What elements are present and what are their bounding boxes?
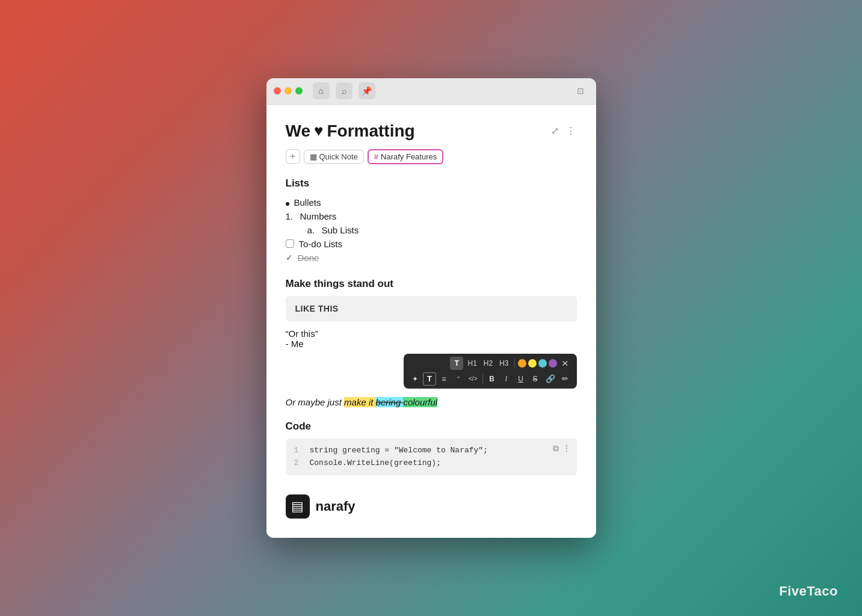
bullets-text: Bullets [294,197,321,208]
list-number: 1. [286,211,295,221]
numbers-text: Numbers [300,211,337,221]
font-button[interactable]: T [423,372,436,386]
done-text: Done [298,253,319,263]
pencil-button[interactable]: ✏ [559,372,572,386]
app-window: ⌂ ⌕ 📌 ⊡ We ♥ Formatting ⤢ ⋮ + ▦ Quick No… [266,78,596,538]
watermark: FiveTaco [779,584,838,599]
sublists-text: Sub Lists [322,225,359,235]
code-heading: Code [286,420,577,433]
traffic-lights [274,87,303,94]
tag-quicknote[interactable]: ▦ Quick Note [304,150,364,164]
strikethrough-button[interactable]: S [529,372,542,386]
code-button[interactable]: </> [466,372,479,386]
toolbar-upper-row: T H1 H2 H3 ⨯ [408,357,571,370]
quote-text: “Or this” [286,328,577,339]
tag-narafy-label: Narafy Features [381,152,437,161]
minimize-button[interactable] [285,87,292,94]
todo-item: To-do Lists [286,237,577,251]
brand-name: narafy [316,499,356,514]
colourful-text-5: colourful [403,397,437,407]
standout-section: Make things stand out LIKE THIS “Or this… [286,278,577,407]
list-item-bullets: Bullets [286,196,577,209]
line-number-2: 2 [294,457,301,470]
list-alpha: a. [307,225,317,235]
colourful-text-2: just [328,397,345,407]
checkbox-icon[interactable] [286,239,294,248]
titlebar: ⌂ ⌕ 📌 ⊡ [266,78,596,105]
copy-code-button[interactable]: ⧉ [553,443,559,454]
code-text-2: Console.WriteLine(greeting); [310,457,441,470]
maximize-button[interactable] [295,87,303,94]
tag-quicknote-label: Quick Note [319,152,358,161]
toolbar-separator-2 [482,374,483,384]
narafy-logo-icon: ▤ [286,494,310,519]
color-yellow-button[interactable] [528,359,537,368]
heart-icon: ♥ [314,122,323,140]
formatting-toolbar-container: T H1 H2 H3 ⨯ [286,354,577,389]
code-text-1: string greeting = "Welcome to Narafy"; [310,445,488,457]
color-purple-button[interactable] [549,359,557,368]
tag-narafy-features[interactable]: # Narafy Features [368,149,443,164]
notebook-icon: ▦ [310,152,317,161]
colourful-text-3: make it [344,397,376,407]
list-item-sublists: a. Sub Lists [286,223,577,237]
h2-button[interactable]: H2 [481,357,495,370]
h3-button[interactable]: H3 [497,357,511,370]
toolbar-lower-row: ✦ T ≡ “ </> B I U S 🔗 [408,372,571,386]
colourful-line: Or maybe just make it bering colourful [286,397,577,407]
expand-icon[interactable]: ⤢ [550,124,560,138]
lists-heading: Lists [286,177,577,189]
tags-row: + ▦ Quick Note # Narafy Features [286,149,577,164]
code-more-button[interactable]: ⋮ [562,443,571,454]
quote-button[interactable]: “ [452,372,465,386]
colourful-text-4: bering [376,397,404,407]
callout-text: LIKE THIS [295,304,339,313]
bold-button[interactable]: B [485,372,499,386]
brand-footer: ▤ narafy [286,490,577,521]
watermark-text: FiveTaco [779,584,838,599]
toolbar-separator-1 [514,359,515,368]
text-style-button[interactable]: T [450,357,463,370]
underline-button[interactable]: U [514,372,528,386]
close-button[interactable] [274,87,281,94]
italic-button[interactable]: I [500,372,513,386]
todo-text: To-do Lists [299,239,343,249]
colourful-text-1: Or maybe [286,397,328,407]
lists-section: Lists Bullets 1. Numbers a. Sub Lists To… [286,177,577,265]
home-button[interactable]: ⌂ [313,82,330,99]
page-header: We ♥ Formatting ⤢ ⋮ [286,122,577,141]
sparkle-button[interactable]: ✦ [408,372,422,386]
code-section: Code ⧉ ⋮ 1 string greeting = "Welcome to… [286,420,577,476]
code-line-1: 1 string greeting = "Welcome to Narafy"; [294,445,568,457]
quote-attribution: - Me [286,339,577,349]
link-button[interactable]: 🔗 [543,372,558,386]
standout-heading: Make things stand out [286,278,577,290]
checkmark-icon: ✓ [286,253,293,262]
pin-button[interactable]: 📌 [359,82,375,99]
collapse-button[interactable]: ⊡ [572,82,589,99]
list-item-numbers: 1. Numbers [286,209,577,223]
code-actions: ⧉ ⋮ [553,443,571,454]
callout-block: LIKE THIS [286,296,577,321]
page-title: We ♥ Formatting [286,122,415,141]
title-text-we: We [286,122,311,141]
logo-symbol: ▤ [291,499,304,514]
header-actions: ⤢ ⋮ [550,124,577,138]
quote-block: “Or this” - Me [286,328,577,349]
toolbar-rows: T H1 H2 H3 ⨯ [408,357,571,386]
title-text-formatting: Formatting [327,122,414,141]
color-cyan-button[interactable] [538,359,547,368]
search-button[interactable]: ⌕ [336,82,352,99]
code-block: ⧉ ⋮ 1 string greeting = "Welcome to Nara… [286,439,577,476]
add-tag-button[interactable]: + [286,149,300,164]
more-options-button[interactable]: ⋮ [565,124,577,138]
hash-icon: # [374,152,378,161]
code-line-2: 2 Console.WriteLine(greeting); [294,457,568,470]
color-orange-button[interactable] [518,359,526,368]
list-button[interactable]: ≡ [437,372,451,386]
clear-format-button[interactable]: ⨯ [559,357,572,370]
h1-button[interactable]: H1 [465,357,479,370]
formatting-toolbar: T H1 H2 H3 ⨯ [404,354,576,389]
done-item: ✓ Done [286,251,577,265]
content-area: We ♥ Formatting ⤢ ⋮ + ▦ Quick Note # Nar… [266,105,596,538]
